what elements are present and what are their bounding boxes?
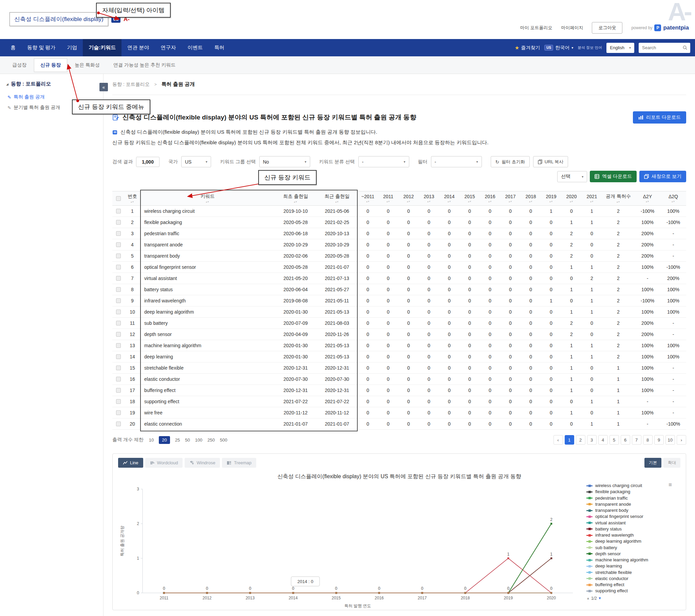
nav-item-4[interactable]: 연관 분야	[121, 39, 155, 56]
search-input[interactable]	[642, 45, 682, 50]
legend-item-0[interactable]: wireless charging circuit	[587, 483, 673, 488]
nav-item-3[interactable]: 기술:키워드	[83, 39, 121, 56]
col-header-12[interactable]: 2018▴▾	[521, 192, 541, 206]
country-select[interactable]: US▾	[181, 156, 211, 167]
col-header-17[interactable]: Δ2Y▴▾	[634, 192, 660, 206]
legend-item-12[interactable]: machine learning algorithm	[587, 557, 673, 563]
limit-option-10[interactable]: 10	[149, 437, 154, 443]
subnav-item-1[interactable]: 신규 등장	[34, 59, 67, 72]
filter-reset-button[interactable]: ↻필터 초기화	[491, 156, 530, 167]
filter-select[interactable]: -▾	[431, 156, 482, 167]
limit-option-20[interactable]: 20	[159, 436, 170, 444]
subnav-item-0[interactable]: 급성장	[6, 59, 33, 72]
row-checkbox[interactable]	[116, 265, 121, 269]
limit-option-250[interactable]: 250	[207, 437, 215, 443]
report-download-button[interactable]: 리포트 다운로드	[633, 111, 686, 123]
subnav-item-3[interactable]: 연결 가능성 높은 추천 키워드	[107, 59, 182, 72]
row-checkbox[interactable]	[116, 410, 121, 415]
page-7[interactable]: 7	[632, 435, 641, 445]
col-header-6[interactable]: 2012▴▾	[399, 192, 419, 206]
row-checkbox[interactable]	[116, 242, 121, 247]
row-checkbox[interactable]	[116, 388, 121, 393]
page-2[interactable]: 2	[576, 435, 586, 445]
legend-item-9[interactable]: deep learning algorithm	[587, 539, 673, 544]
page-10[interactable]: 10	[665, 435, 675, 445]
basic-button[interactable]: 기본	[644, 458, 661, 468]
row-checkbox[interactable]	[116, 354, 121, 359]
legend-item-17[interactable]: supporting effect	[587, 588, 673, 594]
chart-tab-wordcloud[interactable]: Wordcloud	[145, 458, 183, 468]
limit-option-50[interactable]: 50	[185, 437, 190, 443]
legend-item-6[interactable]: virtual assistant	[587, 520, 673, 526]
page-next[interactable]: ›	[677, 435, 686, 445]
excel-download-button[interactable]: 엑셀 다운로드	[590, 171, 637, 182]
row-checkbox[interactable]	[116, 220, 121, 225]
row-checkbox[interactable]	[116, 287, 121, 292]
row-checkbox[interactable]	[116, 276, 121, 281]
limit-option-500[interactable]: 500	[220, 437, 227, 443]
col-header-13[interactable]: 2019▴▾	[541, 192, 561, 206]
open-new-window-button[interactable]: 새창으로 보기	[639, 171, 686, 182]
chart-tab-line[interactable]: Line	[118, 458, 143, 468]
legend-item-8[interactable]: infrared wavelength	[587, 533, 673, 538]
subnav-item-2[interactable]: 높은 특화성	[69, 59, 106, 72]
col-header-10[interactable]: 2016▴▾	[480, 192, 500, 206]
legend-item-13[interactable]: deep learning	[587, 563, 673, 569]
row-checkbox[interactable]	[116, 253, 121, 258]
page-1[interactable]: 1	[565, 435, 574, 445]
my-portfolio-link[interactable]: 마이 포트폴리오	[520, 25, 553, 31]
row-checkbox[interactable]	[116, 366, 121, 370]
col-header-15[interactable]: 2021▴▾	[582, 192, 602, 206]
legend-down-icon[interactable]: ▼	[598, 596, 602, 600]
keyword-group-select[interactable]: No▾	[259, 156, 310, 167]
nav-item-2[interactable]: 기업	[61, 39, 83, 56]
limit-option-100[interactable]: 100	[195, 437, 203, 443]
favorites-button[interactable]: ★ 즐겨찾기	[515, 45, 540, 51]
sidebar-title[interactable]: ◢ 동향 : 포트폴리오	[6, 81, 97, 87]
col-header-1[interactable]: 키워드▴▾	[140, 192, 275, 206]
limit-option-25[interactable]: 25	[175, 437, 180, 443]
nav-item-6[interactable]: 이벤트	[182, 39, 209, 56]
nav-item-0[interactable]: 홈	[5, 39, 21, 56]
legend-item-16[interactable]: buffering effect	[587, 582, 673, 587]
col-header-11[interactable]: 2017▴▾	[500, 192, 521, 206]
col-header-16[interactable]: 공개 특허수▴▾	[602, 192, 634, 206]
logout-button[interactable]: 로그아웃	[592, 22, 622, 34]
nav-item-5[interactable]: 연구자	[155, 39, 182, 56]
row-checkbox[interactable]	[116, 377, 121, 382]
col-header-2[interactable]: 최초 출현일▴▾	[275, 192, 316, 206]
chart-tab-treemap[interactable]: Treemap	[222, 458, 256, 468]
legend-up-icon[interactable]: ▲	[587, 596, 590, 600]
page-6[interactable]: 6	[621, 435, 630, 445]
site-language-select[interactable]: US 한국어 ▾	[544, 45, 573, 51]
legend-item-3[interactable]: transparent anode	[587, 502, 673, 507]
keyword-class-select[interactable]: -▾	[358, 156, 409, 167]
row-checkbox[interactable]	[116, 399, 121, 404]
row-checkbox[interactable]	[116, 209, 121, 214]
nav-item-1[interactable]: 동향 및 평가	[21, 39, 61, 56]
row-checkbox[interactable]	[116, 332, 121, 337]
legend-menu-icon[interactable]: ≡	[668, 482, 672, 488]
url-copy-button[interactable]: URL 복사	[533, 156, 568, 167]
select-all-checkbox[interactable]	[116, 196, 121, 201]
search-icon[interactable]	[682, 45, 688, 50]
breadcrumb-parent[interactable]: 동향 : 포트폴리오	[112, 81, 150, 87]
my-page-link[interactable]: 마이페이지	[561, 25, 583, 31]
col-header-18[interactable]: Δ2Q▴▾	[660, 192, 686, 206]
col-header-8[interactable]: 2014▴▾	[439, 192, 459, 206]
select-dropdown[interactable]: 선택▾	[557, 171, 587, 182]
page-3[interactable]: 3	[587, 435, 597, 445]
col-header-14[interactable]: 2020▴▾	[561, 192, 582, 206]
nav-item-7[interactable]: 특허	[209, 39, 231, 56]
row-checkbox[interactable]	[116, 421, 121, 426]
row-checkbox[interactable]	[116, 321, 121, 326]
col-header-7[interactable]: 2013▴▾	[419, 192, 439, 206]
legend-item-10[interactable]: sub battery	[587, 545, 673, 550]
legend-item-2[interactable]: pedestrian traffic	[587, 496, 673, 501]
page-4[interactable]: 4	[598, 435, 608, 445]
col-header-3[interactable]: 최근 출현일▴▾	[316, 192, 358, 206]
legend-item-1[interactable]: flexible packaging	[587, 489, 673, 495]
page-9[interactable]: 9	[654, 435, 664, 445]
row-checkbox[interactable]	[116, 310, 121, 314]
analysis-language-select[interactable]: English ▾	[607, 43, 634, 53]
